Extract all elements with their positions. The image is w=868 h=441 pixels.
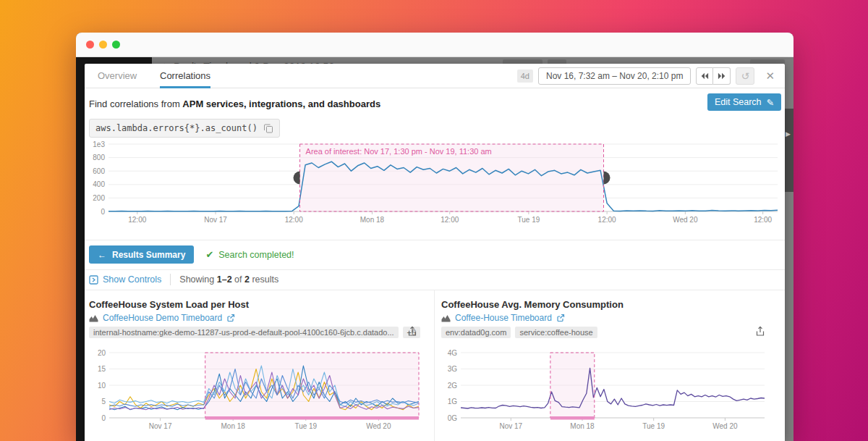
svg-text:Tue 19: Tue 19 xyxy=(642,422,665,430)
correlations-panel: Overview Correlations 4d Nov 16, 7:32 am… xyxy=(85,64,785,441)
window-titlebar xyxy=(76,33,793,57)
scope-tag: env:datad0g.com xyxy=(441,327,511,338)
scope-tag: internal-hostname:gke-demo-11287-us-prod… xyxy=(89,327,399,338)
svg-text:Wed 20: Wed 20 xyxy=(673,216,698,224)
divider xyxy=(170,274,171,285)
svg-text:12:00: 12:00 xyxy=(598,216,616,224)
svg-text:0: 0 xyxy=(101,414,106,422)
svg-text:200: 200 xyxy=(93,194,105,202)
svg-text:Nov 17: Nov 17 xyxy=(204,216,227,224)
divider xyxy=(85,269,785,270)
external-link-icon[interactable] xyxy=(556,314,565,322)
svg-text:2G: 2G xyxy=(448,382,458,390)
close-icon: ✕ xyxy=(765,70,775,82)
divider xyxy=(434,290,435,441)
svg-text:Nov 17: Nov 17 xyxy=(149,422,172,430)
window-zoom-button[interactable] xyxy=(112,41,120,49)
window-minimize-button[interactable] xyxy=(99,41,107,49)
query-pill[interactable]: aws.lambda.errors{*}.as_count() xyxy=(89,119,280,138)
undo-icon: ↺ xyxy=(741,70,750,82)
svg-text:12:00: 12:00 xyxy=(441,216,459,224)
browser-window: ★ Paul's Timeboard 9 Dec 2019 13:56 ▶ Ov… xyxy=(76,33,793,441)
svg-text:Mon 18: Mon 18 xyxy=(360,216,385,224)
play-icon: ▶ xyxy=(786,130,791,138)
svg-text:Wed 20: Wed 20 xyxy=(366,422,391,430)
svg-text:Tue 19: Tue 19 xyxy=(294,422,317,430)
main-errors-chart[interactable]: 1e3800600400200012:00Nov 1712:00Mon 1812… xyxy=(85,139,785,224)
export-icon xyxy=(407,326,417,337)
edit-search-button[interactable]: Edit Search ✎ xyxy=(707,93,781,111)
tab-overview[interactable]: Overview xyxy=(98,64,137,88)
area-handle-left[interactable] xyxy=(294,172,300,185)
svg-text:Nov 17: Nov 17 xyxy=(499,422,522,430)
series-avg-memory xyxy=(461,368,765,408)
subtitle-prefix: Find correlations from xyxy=(89,98,182,109)
search-completed-label: Search completed! xyxy=(218,250,294,260)
results-summary-button[interactable]: ← Results Summary xyxy=(89,245,194,264)
panel-tabbar: Overview Correlations 4d Nov 16, 7:32 am… xyxy=(85,64,785,88)
card-title: CoffeeHouse System Load per Host xyxy=(89,299,249,310)
external-link-icon[interactable] xyxy=(226,314,235,322)
svg-text:Mon 18: Mon 18 xyxy=(221,422,246,430)
svg-text:Wed 20: Wed 20 xyxy=(712,422,738,430)
tab-correlations[interactable]: Correlations xyxy=(160,64,210,88)
query-text: aws.lambda.errors{*}.as_count() xyxy=(95,123,258,133)
system-load-chart[interactable]: 20151050Nov 17Mon 18Tue 19Wed 20 xyxy=(89,347,423,432)
svg-text:10: 10 xyxy=(98,382,106,390)
svg-text:0: 0 xyxy=(101,208,105,216)
result-card-memory: CoffeeHouse Avg. Memory Consumption Coff… xyxy=(441,290,781,441)
close-panel-button[interactable]: ✕ xyxy=(760,70,778,83)
results-summary-label: Results Summary xyxy=(112,250,185,260)
results-count: Showing 1–2 of 2 results xyxy=(179,274,278,285)
show-controls-label: Show Controls xyxy=(103,274,161,285)
pencil-icon: ✎ xyxy=(767,97,774,108)
svg-text:1G: 1G xyxy=(448,398,458,406)
time-range-input[interactable]: Nov 16, 7:32 am – Nov 20, 2:10 pm xyxy=(538,67,691,85)
double-right-icon xyxy=(717,72,727,80)
svg-text:5: 5 xyxy=(101,398,106,406)
edit-search-label: Edit Search xyxy=(715,97,762,107)
svg-text:400: 400 xyxy=(93,180,105,188)
double-left-icon xyxy=(699,72,710,80)
area-handle-right[interactable] xyxy=(604,172,610,185)
show-controls-link[interactable]: Show Controls xyxy=(89,274,161,285)
result-card-system-load: CoffeeHouse System Load per Host CoffeeH… xyxy=(89,290,423,441)
card-title: CoffeeHouse Avg. Memory Consumption xyxy=(441,299,624,310)
svg-text:Tue 19: Tue 19 xyxy=(518,216,540,224)
subtitle-sources: APM services, integrations, and dashboar… xyxy=(182,98,380,109)
svg-text:4G: 4G xyxy=(448,349,458,357)
timeboard-link[interactable]: CoffeeHouse Demo Timeboard xyxy=(103,313,222,323)
svg-text:600: 600 xyxy=(93,167,105,175)
timeboard-link[interactable]: Coffee-House Timeboard xyxy=(455,313,552,323)
memory-consumption-chart[interactable]: 4G3G2G1G0GNov 17Mon 18Tue 19Wed 20 xyxy=(441,347,781,432)
svg-text:20: 20 xyxy=(98,349,106,357)
divider xyxy=(85,240,785,240)
svg-text:12:00: 12:00 xyxy=(754,216,772,224)
revert-time-button[interactable]: ↺ xyxy=(736,67,754,85)
timeboard-icon xyxy=(89,314,98,322)
svg-text:1e3: 1e3 xyxy=(93,140,105,148)
export-button[interactable] xyxy=(755,326,765,340)
area-of-interest-label: Area of interest: Nov 17, 1:30 pm - Nov … xyxy=(306,147,492,156)
area-of-interest-bar xyxy=(550,416,595,420)
check-icon: ✔ xyxy=(205,249,213,260)
svg-text:15: 15 xyxy=(98,365,106,373)
gradient-background: ★ Paul's Timeboard 9 Dec 2019 13:56 ▶ Ov… xyxy=(0,0,868,441)
svg-text:Mon 18: Mon 18 xyxy=(570,422,595,430)
shift-back-button[interactable] xyxy=(696,67,713,85)
svg-text:12:00: 12:00 xyxy=(285,216,303,224)
copy-icon[interactable] xyxy=(263,123,273,133)
svg-text:0G: 0G xyxy=(448,414,458,422)
window-close-button[interactable] xyxy=(86,41,94,49)
export-icon xyxy=(755,326,765,337)
scope-tag: service:coffee-house xyxy=(515,327,597,338)
find-correlations-label: Find correlations from APM services, int… xyxy=(89,98,380,109)
svg-text:12:00: 12:00 xyxy=(128,216,146,224)
shift-forward-button[interactable] xyxy=(713,67,731,85)
svg-text:800: 800 xyxy=(93,154,105,161)
export-button[interactable] xyxy=(407,326,417,340)
area-of-interest-bar xyxy=(205,416,419,420)
back-arrow-icon: ← xyxy=(98,250,106,260)
svg-text:3G: 3G xyxy=(448,365,458,373)
timeboard-icon xyxy=(441,314,451,322)
